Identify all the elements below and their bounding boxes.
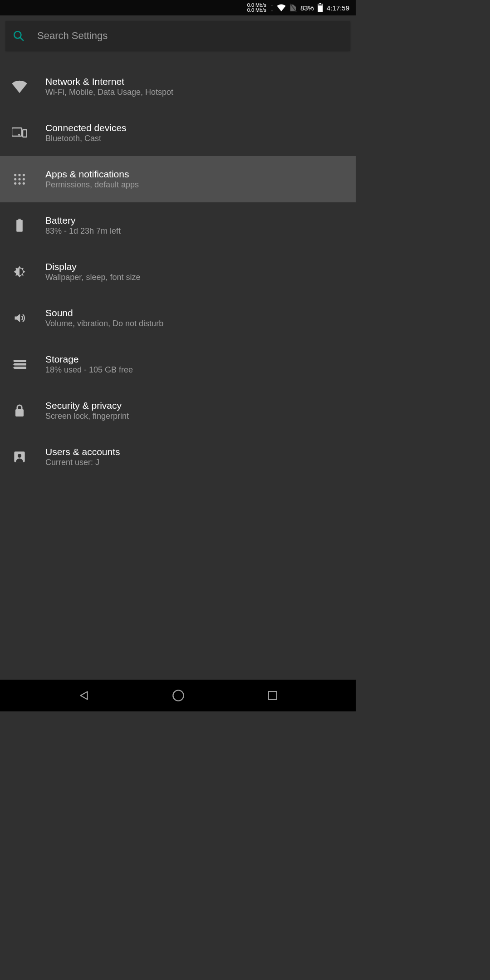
wifi-status-icon [277, 4, 286, 11]
svg-point-25 [13, 367, 14, 368]
home-button[interactable] [172, 689, 185, 702]
svg-point-28 [18, 454, 21, 458]
svg-rect-26 [15, 409, 24, 416]
search-icon [13, 30, 24, 42]
navigation-bar [0, 680, 356, 711]
svg-rect-21 [14, 363, 26, 366]
users-icon [7, 451, 32, 463]
svg-point-7 [18, 134, 20, 136]
svg-point-15 [14, 182, 16, 185]
settings-list: Network & Internet Wi-Fi, Mobile, Data U… [0, 64, 356, 480]
item-subtitle: Bluetooth, Cast [45, 134, 127, 143]
item-subtitle: Current user: J [45, 458, 120, 467]
storage-icon [7, 359, 32, 369]
item-title: Sound [45, 308, 163, 318]
settings-item-users[interactable]: Users & accounts Current user: J [0, 434, 356, 480]
settings-item-storage[interactable]: Storage 18% used - 105 GB free [0, 341, 356, 387]
settings-item-sound[interactable]: Sound Volume, vibration, Do not disturb [0, 295, 356, 341]
battery-status-icon [318, 3, 323, 12]
svg-rect-20 [14, 360, 26, 362]
search-settings-card[interactable]: Search Settings [5, 21, 350, 51]
svg-rect-22 [14, 367, 26, 369]
wifi-icon [7, 80, 32, 93]
item-title: Connected devices [45, 122, 127, 133]
svg-point-23 [13, 360, 14, 361]
apps-icon [7, 173, 32, 186]
item-texts: Network & Internet Wi-Fi, Mobile, Data U… [45, 76, 173, 97]
settings-content: Search Settings Network & Internet Wi-Fi… [0, 15, 356, 667]
svg-rect-8 [23, 130, 27, 137]
settings-item-security[interactable]: Security & privacy Screen lock, fingerpr… [0, 387, 356, 434]
item-texts: Users & accounts Current user: J [45, 446, 120, 467]
svg-rect-3 [318, 5, 323, 12]
settings-item-wifi[interactable]: Network & Internet Wi-Fi, Mobile, Data U… [0, 64, 356, 110]
settings-item-apps[interactable]: Apps & notifications Permissions, defaul… [0, 156, 356, 202]
item-title: Display [45, 261, 140, 272]
svg-point-14 [23, 178, 25, 180]
svg-point-4 [14, 31, 21, 38]
battery-icon [7, 219, 32, 232]
item-subtitle: Permissions, default apps [45, 180, 139, 190]
item-texts: Display Wallpaper, sleep, font size [45, 261, 140, 282]
back-button[interactable] [78, 690, 89, 701]
svg-point-10 [18, 174, 20, 176]
item-texts: Security & privacy Screen lock, fingerpr… [45, 400, 129, 421]
svg-point-17 [23, 182, 25, 185]
item-subtitle: Screen lock, fingerprint [45, 412, 129, 421]
svg-point-24 [13, 364, 14, 365]
devices-icon [7, 127, 32, 139]
svg-rect-30 [269, 691, 277, 700]
item-title: Security & privacy [45, 400, 129, 411]
no-sim-icon [289, 3, 297, 12]
item-subtitle: Wi-Fi, Mobile, Data Usage, Hotspot [45, 88, 173, 97]
item-title: Network & Internet [45, 76, 173, 87]
svg-rect-19 [16, 220, 23, 232]
item-title: Battery [45, 215, 121, 226]
svg-point-16 [18, 182, 20, 185]
svg-rect-18 [18, 219, 20, 220]
item-title: Storage [45, 354, 133, 365]
recent-apps-button[interactable] [267, 690, 278, 701]
svg-point-13 [18, 178, 20, 180]
search-placeholder-text: Search Settings [37, 30, 108, 42]
item-subtitle: 18% used - 105 GB free [45, 365, 133, 375]
svg-point-29 [173, 690, 183, 701]
item-subtitle: 83% - 1d 23h 7m left [45, 226, 121, 236]
item-texts: Connected devices Bluetooth, Cast [45, 122, 127, 143]
clock-text: 4:17:59 [327, 4, 349, 12]
svg-line-5 [20, 37, 24, 41]
data-arrows-icon: ↑↓ [271, 4, 273, 12]
svg-point-11 [23, 174, 25, 176]
item-texts: Sound Volume, vibration, Do not disturb [45, 308, 163, 328]
sound-icon [7, 312, 32, 324]
data-speed-indicator: 0.0 Mb/s 0.0 Mb/s [247, 3, 266, 13]
data-down-text: 0.0 Mb/s [247, 8, 266, 13]
item-texts: Battery 83% - 1d 23h 7m left [45, 215, 121, 236]
settings-item-display[interactable]: Display Wallpaper, sleep, font size [0, 249, 356, 295]
item-texts: Apps & notifications Permissions, defaul… [45, 169, 139, 190]
item-texts: Storage 18% used - 105 GB free [45, 354, 133, 375]
svg-rect-6 [12, 128, 22, 136]
security-icon [7, 404, 32, 417]
item-title: Apps & notifications [45, 169, 139, 180]
display-icon [7, 265, 32, 279]
battery-percentage-text: 83% [300, 4, 314, 12]
status-bar: 0.0 Mb/s 0.0 Mb/s ↑↓ 83% 4:17:59 [0, 0, 356, 15]
item-subtitle: Volume, vibration, Do not disturb [45, 319, 163, 328]
settings-item-devices[interactable]: Connected devices Bluetooth, Cast [0, 110, 356, 156]
svg-point-12 [14, 178, 16, 180]
svg-point-9 [14, 174, 16, 176]
settings-item-battery[interactable]: Battery 83% - 1d 23h 7m left [0, 202, 356, 249]
item-subtitle: Wallpaper, sleep, font size [45, 273, 140, 282]
item-title: Users & accounts [45, 446, 120, 457]
